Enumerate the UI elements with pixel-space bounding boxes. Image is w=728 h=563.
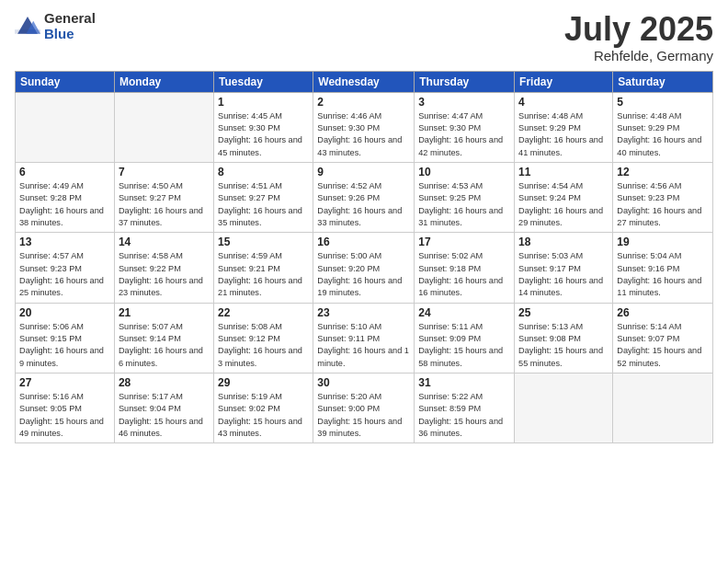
- day-number: 1: [218, 96, 309, 109]
- day-number: 27: [19, 376, 110, 389]
- title-block: July 2025 Rehfelde, Germany: [564, 11, 713, 63]
- day-number: 10: [418, 166, 510, 178]
- day-number: 30: [317, 376, 410, 389]
- table-row: [515, 373, 613, 443]
- calendar-table: Sunday Monday Tuesday Wednesday Thursday…: [15, 71, 713, 444]
- day-number: 12: [617, 166, 709, 178]
- day-info: Sunrise: 4:46 AM Sunset: 9:30 PM Dayligh…: [317, 110, 410, 159]
- table-row: 24Sunrise: 5:11 AM Sunset: 9:09 PM Dayli…: [415, 303, 515, 373]
- table-row: 21Sunrise: 5:07 AM Sunset: 9:14 PM Dayli…: [114, 303, 213, 373]
- day-number: 18: [518, 236, 609, 248]
- day-info: Sunrise: 5:17 AM Sunset: 9:04 PM Dayligh…: [119, 391, 210, 440]
- table-row: 7Sunrise: 4:50 AM Sunset: 9:27 PM Daylig…: [114, 162, 213, 232]
- day-number: 23: [317, 306, 410, 319]
- day-number: 6: [19, 166, 110, 178]
- day-info: Sunrise: 4:52 AM Sunset: 9:26 PM Dayligh…: [317, 180, 410, 229]
- day-number: 20: [19, 306, 110, 319]
- logo-general-text: General: [44, 11, 96, 27]
- day-info: Sunrise: 5:02 AM Sunset: 9:18 PM Dayligh…: [418, 250, 510, 299]
- location-subtitle: Rehfelde, Germany: [564, 48, 713, 63]
- day-number: 4: [518, 96, 609, 109]
- day-info: Sunrise: 4:48 AM Sunset: 9:29 PM Dayligh…: [617, 110, 709, 159]
- day-info: Sunrise: 4:58 AM Sunset: 9:22 PM Dayligh…: [119, 250, 210, 299]
- table-row: 4Sunrise: 4:48 AM Sunset: 9:29 PM Daylig…: [515, 92, 613, 162]
- day-info: Sunrise: 4:59 AM Sunset: 9:21 PM Dayligh…: [218, 250, 309, 299]
- month-title: July 2025: [564, 11, 713, 48]
- table-row: 25Sunrise: 5:13 AM Sunset: 9:08 PM Dayli…: [515, 303, 613, 373]
- day-info: Sunrise: 4:45 AM Sunset: 9:30 PM Dayligh…: [218, 110, 309, 159]
- day-number: 29: [218, 376, 309, 389]
- day-number: 11: [518, 166, 609, 178]
- day-info: Sunrise: 5:14 AM Sunset: 9:07 PM Dayligh…: [617, 321, 709, 370]
- logo-blue-text: Blue: [44, 27, 96, 42]
- day-info: Sunrise: 5:07 AM Sunset: 9:14 PM Dayligh…: [119, 321, 210, 370]
- day-number: 16: [317, 236, 410, 248]
- day-info: Sunrise: 4:48 AM Sunset: 9:29 PM Dayligh…: [518, 110, 609, 159]
- day-info: Sunrise: 5:13 AM Sunset: 9:08 PM Dayligh…: [518, 321, 609, 370]
- table-row: 11Sunrise: 4:54 AM Sunset: 9:24 PM Dayli…: [515, 162, 613, 232]
- table-row: 17Sunrise: 5:02 AM Sunset: 9:18 PM Dayli…: [415, 233, 515, 303]
- header-wednesday: Wednesday: [313, 71, 415, 92]
- table-row: 10Sunrise: 4:53 AM Sunset: 9:25 PM Dayli…: [415, 162, 515, 232]
- header-monday: Monday: [114, 71, 213, 92]
- day-number: 31: [418, 376, 510, 389]
- table-row: 15Sunrise: 4:59 AM Sunset: 9:21 PM Dayli…: [214, 233, 313, 303]
- table-row: 2Sunrise: 4:46 AM Sunset: 9:30 PM Daylig…: [313, 92, 415, 162]
- day-number: 13: [19, 236, 110, 248]
- table-row: 19Sunrise: 5:04 AM Sunset: 9:16 PM Dayli…: [613, 233, 713, 303]
- day-number: 25: [518, 306, 609, 319]
- header-thursday: Thursday: [415, 71, 515, 92]
- header-friday: Friday: [515, 71, 613, 92]
- day-number: 2: [317, 96, 410, 109]
- table-row: 29Sunrise: 5:19 AM Sunset: 9:02 PM Dayli…: [214, 373, 313, 443]
- table-row: 12Sunrise: 4:56 AM Sunset: 9:23 PM Dayli…: [613, 162, 713, 232]
- day-number: 19: [617, 236, 709, 248]
- logo: General Blue: [15, 11, 96, 41]
- day-info: Sunrise: 4:54 AM Sunset: 9:24 PM Dayligh…: [518, 180, 609, 229]
- day-info: Sunrise: 4:49 AM Sunset: 9:28 PM Dayligh…: [19, 180, 110, 229]
- day-number: 7: [119, 166, 210, 178]
- day-number: 22: [218, 306, 309, 319]
- header-tuesday: Tuesday: [214, 71, 313, 92]
- svg-rect-3: [15, 29, 40, 34]
- day-info: Sunrise: 4:50 AM Sunset: 9:27 PM Dayligh…: [119, 180, 210, 229]
- table-row: [613, 373, 713, 443]
- table-row: 20Sunrise: 5:06 AM Sunset: 9:15 PM Dayli…: [16, 303, 115, 373]
- day-number: 28: [119, 376, 210, 389]
- table-row: 18Sunrise: 5:03 AM Sunset: 9:17 PM Dayli…: [515, 233, 613, 303]
- day-info: Sunrise: 4:53 AM Sunset: 9:25 PM Dayligh…: [418, 180, 510, 229]
- day-info: Sunrise: 5:22 AM Sunset: 8:59 PM Dayligh…: [418, 391, 510, 440]
- day-number: 3: [418, 96, 510, 109]
- table-row: 22Sunrise: 5:08 AM Sunset: 9:12 PM Dayli…: [214, 303, 313, 373]
- day-number: 8: [218, 166, 309, 178]
- day-info: Sunrise: 4:47 AM Sunset: 9:30 PM Dayligh…: [418, 110, 510, 159]
- table-row: 14Sunrise: 4:58 AM Sunset: 9:22 PM Dayli…: [114, 233, 213, 303]
- table-row: 6Sunrise: 4:49 AM Sunset: 9:28 PM Daylig…: [16, 162, 115, 232]
- day-number: 5: [617, 96, 709, 109]
- table-row: 1Sunrise: 4:45 AM Sunset: 9:30 PM Daylig…: [214, 92, 313, 162]
- day-info: Sunrise: 5:20 AM Sunset: 9:00 PM Dayligh…: [317, 391, 410, 440]
- day-info: Sunrise: 4:51 AM Sunset: 9:27 PM Dayligh…: [218, 180, 309, 229]
- table-row: 5Sunrise: 4:48 AM Sunset: 9:29 PM Daylig…: [613, 92, 713, 162]
- day-number: 17: [418, 236, 510, 248]
- day-info: Sunrise: 4:56 AM Sunset: 9:23 PM Dayligh…: [617, 180, 709, 229]
- table-row: 28Sunrise: 5:17 AM Sunset: 9:04 PM Dayli…: [114, 373, 213, 443]
- day-info: Sunrise: 5:03 AM Sunset: 9:17 PM Dayligh…: [518, 250, 609, 299]
- header-sunday: Sunday: [16, 71, 115, 92]
- table-row: 3Sunrise: 4:47 AM Sunset: 9:30 PM Daylig…: [415, 92, 515, 162]
- day-info: Sunrise: 5:04 AM Sunset: 9:16 PM Dayligh…: [617, 250, 709, 299]
- table-row: 31Sunrise: 5:22 AM Sunset: 8:59 PM Dayli…: [415, 373, 515, 443]
- day-number: 26: [617, 306, 709, 319]
- table-row: 27Sunrise: 5:16 AM Sunset: 9:05 PM Dayli…: [16, 373, 115, 443]
- day-info: Sunrise: 5:00 AM Sunset: 9:20 PM Dayligh…: [317, 250, 410, 299]
- day-number: 24: [418, 306, 510, 319]
- table-row: 13Sunrise: 4:57 AM Sunset: 9:23 PM Dayli…: [16, 233, 115, 303]
- day-info: Sunrise: 5:10 AM Sunset: 9:11 PM Dayligh…: [317, 321, 410, 370]
- day-info: Sunrise: 5:19 AM Sunset: 9:02 PM Dayligh…: [218, 391, 309, 440]
- day-info: Sunrise: 5:11 AM Sunset: 9:09 PM Dayligh…: [418, 321, 510, 370]
- table-row: 30Sunrise: 5:20 AM Sunset: 9:00 PM Dayli…: [313, 373, 415, 443]
- header-saturday: Saturday: [613, 71, 713, 92]
- day-info: Sunrise: 5:06 AM Sunset: 9:15 PM Dayligh…: [19, 321, 110, 370]
- logo-icon: [15, 14, 40, 40]
- day-number: 14: [119, 236, 210, 248]
